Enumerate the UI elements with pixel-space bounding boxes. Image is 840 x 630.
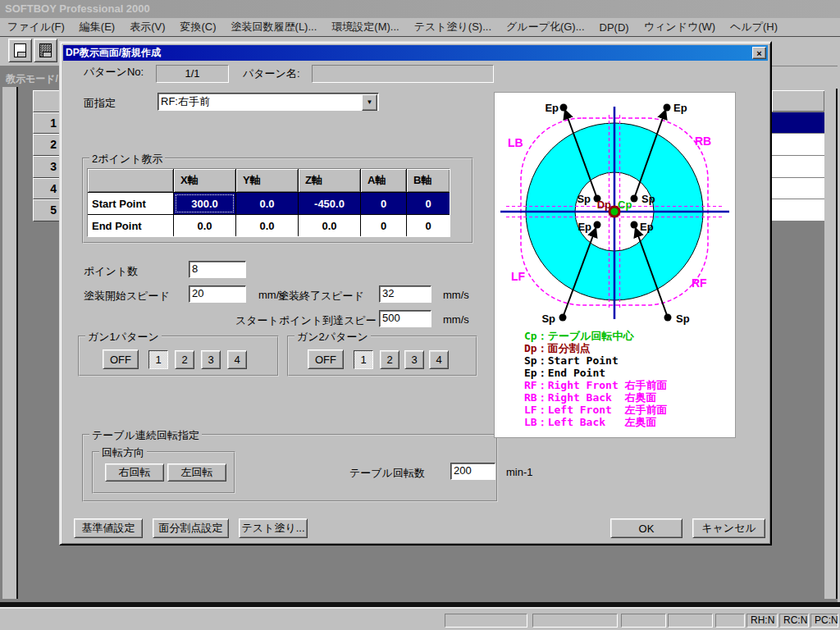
- sp-label: Sp: [577, 193, 591, 205]
- test-paint-button[interactable]: テスト塗り...: [239, 518, 308, 538]
- start-point-dot: [664, 314, 672, 322]
- grid-row-header[interactable]: 4: [33, 178, 62, 199]
- gun1-pattern-3-button[interactable]: 3: [201, 350, 221, 369]
- menu-window[interactable]: ウィンドウ(W): [637, 20, 723, 34]
- grid-selected-row-fragment[interactable]: [772, 112, 824, 134]
- rotation-direction-group: 回転方向 右回転 左回転: [92, 451, 235, 494]
- dp-label: Dp: [597, 199, 611, 211]
- grid-row-fragment[interactable]: [772, 134, 824, 156]
- gun1-off-button[interactable]: OFF: [103, 349, 139, 369]
- gun2-pattern-1-button[interactable]: 1: [354, 350, 373, 369]
- end-speed-label: 塗装終了スピード: [278, 289, 364, 304]
- start-point-dot: [559, 314, 567, 322]
- screen: SOFTBOY Professional 2000 ファイル(F) 編集(E) …: [0, 0, 840, 630]
- start-point-z-cell[interactable]: -450.0: [299, 193, 360, 214]
- diagram-svg: Ep Ep LB RB Sp Sp Dp Cp Ep Ep LF RF Sp S…: [495, 93, 735, 437]
- cancel-button[interactable]: キャンセル: [692, 518, 765, 538]
- point-count-label: ポイント数: [84, 264, 138, 279]
- menu-paint-history[interactable]: 塗装回数履歴(L)...: [224, 20, 325, 34]
- table-header-a: A軸: [361, 169, 406, 192]
- gun1-pattern-4-button[interactable]: 4: [227, 350, 247, 369]
- chevron-down-icon[interactable]: ▼: [362, 94, 377, 111]
- app-title: SOFTBOY Professional 2000: [5, 2, 150, 15]
- table-header-y: Y軸: [236, 169, 298, 192]
- diagram-legend: Cp：テーブル回転中心 Dp：面分割点 Sp：Start Point Ep：En…: [524, 330, 668, 428]
- menu-convert[interactable]: 変換(C): [173, 20, 224, 34]
- two-point-group-label: 2ポイント教示: [89, 152, 165, 167]
- start-point-b-cell[interactable]: 0: [407, 193, 450, 214]
- grid-row-fragment[interactable]: [772, 199, 824, 221]
- toolbar-button-save[interactable]: [8, 39, 32, 62]
- gun2-pattern-2-button[interactable]: 2: [380, 350, 399, 369]
- menu-grouping[interactable]: グループ化(G)...: [499, 20, 592, 34]
- end-point-b-cell[interactable]: 0: [407, 215, 450, 236]
- reference-value-button[interactable]: 基準値設定: [74, 518, 143, 538]
- end-point-x-cell[interactable]: 0.0: [174, 215, 235, 236]
- dialog-titlebar[interactable]: DP教示画面/新規作成 ×: [63, 45, 768, 61]
- start-speed-input[interactable]: 20: [189, 285, 246, 303]
- legend-lb: LB：Left Back 左奥面: [524, 416, 657, 428]
- gun2-off-button[interactable]: OFF: [308, 349, 344, 369]
- start-point-x-cell[interactable]: 300.0: [174, 193, 235, 214]
- gun1-pattern-1-button[interactable]: 1: [148, 350, 168, 369]
- menu-settings[interactable]: 環境設定(M)...: [324, 20, 406, 34]
- status-panel-empty: [715, 614, 745, 628]
- reach-speed-input[interactable]: 500: [379, 310, 431, 327]
- face-select-combobox[interactable]: RF:右手前 ▼: [158, 93, 379, 111]
- grid-corner-header[interactable]: [33, 90, 62, 112]
- grid-row-header[interactable]: 3: [33, 156, 62, 178]
- menu-file[interactable]: ファイル(F): [0, 20, 72, 34]
- grid-row-fragment[interactable]: [772, 156, 824, 178]
- menu-dp[interactable]: DP(D): [592, 21, 637, 34]
- gun2-pattern-group: ガン2パターン OFF 1 2 3 4: [287, 336, 477, 377]
- grid-column-header[interactable]: [772, 90, 824, 112]
- gun1-group-label: ガン1パターン: [85, 330, 162, 345]
- reach-speed-unit: mm/s: [443, 313, 469, 326]
- end-speed-input[interactable]: 32: [379, 285, 431, 303]
- rotation-count-input[interactable]: 200: [450, 463, 495, 480]
- start-point-a-cell[interactable]: 0: [361, 193, 406, 214]
- lb-face-label: LB: [508, 136, 523, 149]
- rotate-cw-button[interactable]: 右回転: [105, 463, 164, 482]
- legend-ep: Ep：End Point: [524, 367, 605, 379]
- table-face-diagram: Ep Ep LB RB Sp Sp Dp Cp Ep Ep LF RF Sp S…: [494, 92, 736, 438]
- grid-row-fragment[interactable]: [772, 178, 824, 199]
- dp-teach-dialog: DP教示画面/新規作成 × パターンNo: 1/1 パターン名: 面指定 RF:…: [59, 41, 772, 546]
- gun2-pattern-4-button[interactable]: 4: [429, 350, 449, 369]
- close-button[interactable]: ×: [752, 47, 766, 59]
- end-point-z-cell[interactable]: 0.0: [299, 215, 360, 236]
- start-point-y-cell[interactable]: 0.0: [236, 193, 298, 214]
- ep-label: Ep: [578, 221, 591, 233]
- status-panel-empty: [621, 614, 666, 628]
- menu-edit[interactable]: 編集(E): [72, 20, 122, 34]
- menu-view[interactable]: 表示(V): [122, 20, 172, 34]
- gun1-pattern-2-button[interactable]: 2: [175, 350, 194, 369]
- rb-face-label: RB: [695, 135, 711, 148]
- point-count-input[interactable]: 8: [189, 261, 246, 278]
- status-panel-rc: RC:N: [779, 614, 809, 628]
- menu-test-paint[interactable]: テスト塗り(S)...: [407, 20, 499, 34]
- end-point-y-cell[interactable]: 0.0: [236, 215, 298, 236]
- pattern-name-field[interactable]: [312, 65, 494, 83]
- grid-row-header[interactable]: 1: [33, 112, 62, 134]
- gun2-pattern-3-button[interactable]: 3: [404, 350, 424, 369]
- toolbar-button-save-all[interactable]: [34, 39, 57, 62]
- close-icon: ×: [756, 48, 761, 58]
- ok-button[interactable]: OK: [610, 518, 682, 538]
- legend-rb: RB：Right Back 右奥面: [524, 391, 657, 404]
- rotation-count-unit: min-1: [506, 466, 533, 478]
- end-point-dot: [664, 104, 671, 112]
- ep-label: Ep: [640, 221, 654, 233]
- status-panel-pc: PC:N: [810, 614, 838, 628]
- table-header-b: B軸: [407, 169, 450, 192]
- menu-help[interactable]: ヘルプ(H): [723, 20, 785, 34]
- face-select-value: RF:右手前: [161, 95, 210, 107]
- end-point-a-cell[interactable]: 0: [361, 215, 406, 236]
- status-panel-rh: RH:N: [746, 614, 778, 628]
- status-panel-empty: [668, 614, 713, 628]
- end-speed-unit: mm/s: [443, 289, 469, 301]
- grid-row-header[interactable]: 5: [33, 199, 62, 221]
- face-split-point-button[interactable]: 面分割点設定: [153, 518, 229, 538]
- rotate-ccw-button[interactable]: 左回転: [167, 463, 226, 482]
- grid-row-header[interactable]: 2: [33, 134, 62, 156]
